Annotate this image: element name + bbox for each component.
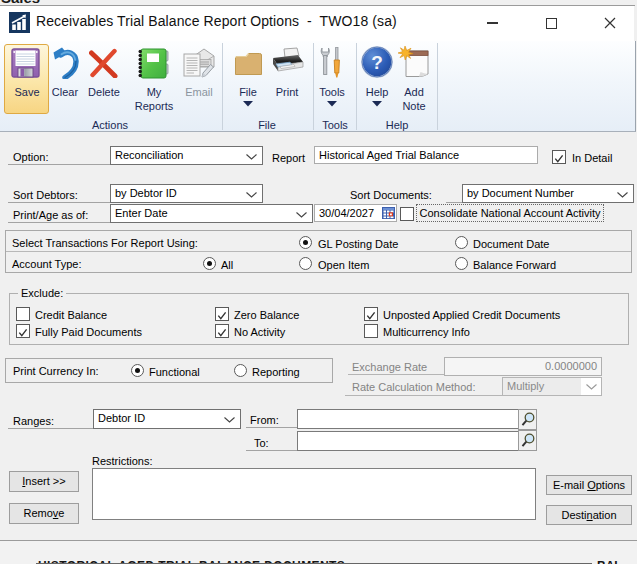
svg-text:?: ? xyxy=(371,52,383,73)
